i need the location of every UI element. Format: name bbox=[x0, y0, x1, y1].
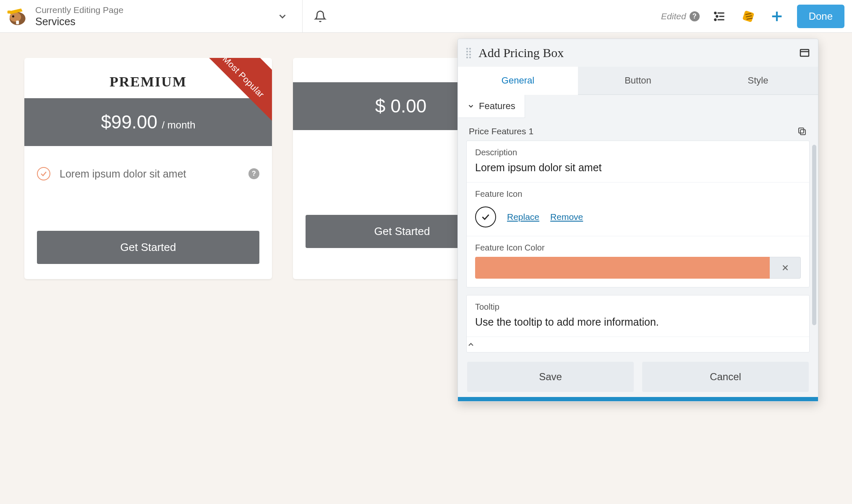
field-feature-icon: Feature Icon Replace Remove bbox=[467, 182, 809, 236]
notifications-button[interactable] bbox=[303, 0, 338, 32]
edited-indicator: Edited ? bbox=[661, 11, 700, 21]
done-button[interactable]: Done bbox=[797, 5, 844, 28]
svg-rect-20 bbox=[799, 128, 804, 133]
svg-rect-3 bbox=[16, 21, 19, 24]
field-icon-color: Feature Icon Color bbox=[467, 236, 809, 287]
features-list: Lorem ipsum dolor sit amet ? bbox=[24, 146, 272, 222]
get-started-button[interactable]: Get Started bbox=[37, 231, 259, 264]
panel-header[interactable]: Add Pricing Box bbox=[458, 39, 818, 67]
svg-point-9 bbox=[714, 19, 716, 20]
tooltip-value[interactable]: Use the tooltip to add more information. bbox=[475, 316, 801, 328]
panel-accent-bar bbox=[458, 397, 818, 401]
panel-body: Price Features 1 Description Lorem ipsum… bbox=[458, 118, 818, 353]
chevron-down-icon bbox=[467, 102, 475, 110]
scrollbar[interactable] bbox=[812, 145, 816, 325]
feature-row: Lorem ipsum dolor sit amet ? bbox=[37, 167, 259, 180]
price-band: $99.00 / month bbox=[24, 98, 272, 146]
tab-general[interactable]: General bbox=[458, 67, 578, 95]
pricing-card-premium[interactable]: Most Popular PREMIUM $99.00 / month Lore… bbox=[24, 58, 272, 279]
remove-link[interactable]: Remove bbox=[550, 212, 583, 222]
description-label: Description bbox=[475, 148, 801, 157]
edited-label: Edited bbox=[661, 11, 686, 21]
price-period: / month bbox=[162, 119, 195, 131]
price-value: $ 0.00 bbox=[375, 96, 426, 116]
panel-tabs: General Button Style bbox=[458, 67, 818, 95]
icon-color-label: Feature Icon Color bbox=[475, 243, 801, 253]
description-value[interactable]: Lorem ipsum dolor sit amet bbox=[475, 162, 801, 174]
color-swatch[interactable] bbox=[475, 257, 770, 279]
feature-icon-label: Feature Icon bbox=[475, 189, 801, 199]
page-meta: Currently Editing Page Services bbox=[35, 5, 123, 28]
svg-rect-17 bbox=[800, 50, 809, 56]
close-icon bbox=[781, 263, 790, 272]
chevron-up-icon bbox=[467, 340, 475, 349]
tooltip-icon[interactable]: ? bbox=[248, 168, 259, 179]
svg-point-5 bbox=[714, 12, 716, 13]
section-features[interactable]: Features bbox=[458, 95, 525, 118]
price-value: $99.00 bbox=[101, 112, 157, 132]
svg-rect-19 bbox=[800, 130, 805, 135]
section-tabs-row: Features bbox=[458, 95, 818, 118]
field-tooltip[interactable]: Tooltip Use the tooltip to add more info… bbox=[467, 295, 809, 337]
cancel-button[interactable]: Cancel bbox=[642, 362, 809, 392]
tab-button[interactable]: Button bbox=[578, 67, 698, 95]
add-button[interactable] bbox=[768, 8, 785, 25]
svg-point-7 bbox=[716, 16, 717, 17]
replace-link[interactable]: Replace bbox=[507, 212, 539, 222]
clear-color-button[interactable] bbox=[770, 257, 801, 279]
tab-style[interactable]: Style bbox=[698, 67, 818, 95]
topbar: Currently Editing Page Services Edited ? bbox=[0, 0, 852, 33]
tooltip-label: Tooltip bbox=[475, 302, 801, 312]
save-button[interactable]: Save bbox=[467, 362, 634, 392]
beaver-logo[interactable] bbox=[4, 6, 29, 27]
topbar-left: Currently Editing Page Services bbox=[0, 0, 302, 32]
field-description[interactable]: Description Lorem ipsum dolor sit amet bbox=[467, 141, 809, 182]
maximize-icon[interactable] bbox=[800, 49, 810, 57]
svg-rect-4 bbox=[8, 10, 11, 13]
panel-title: Add Pricing Box bbox=[478, 46, 564, 60]
help-icon[interactable]: ? bbox=[690, 11, 700, 21]
editing-label: Currently Editing Page bbox=[35, 5, 123, 15]
panel-footer: Save Cancel bbox=[458, 353, 818, 397]
svg-point-2 bbox=[12, 15, 14, 17]
drag-handle-icon[interactable] bbox=[466, 48, 471, 58]
feature-text: Lorem ipsum dolor sit amet bbox=[60, 168, 239, 180]
feature-icon-preview bbox=[475, 206, 496, 227]
page-title: Services bbox=[35, 15, 123, 28]
feature-settings-card: Description Lorem ipsum dolor sit amet F… bbox=[466, 141, 810, 287]
check-circle-icon bbox=[37, 167, 50, 180]
settings-panel: Add Pricing Box General Button Style Fea… bbox=[457, 39, 818, 402]
outline-button[interactable] bbox=[711, 8, 728, 25]
section-label: Features bbox=[479, 101, 515, 112]
modules-button[interactable] bbox=[740, 8, 757, 25]
group-title: Price Features 1 bbox=[469, 126, 533, 136]
page-dropdown-button[interactable] bbox=[272, 6, 293, 27]
tooltip-card: Tooltip Use the tooltip to add more info… bbox=[466, 295, 810, 353]
topbar-right: Edited ? Done bbox=[661, 0, 852, 32]
collapse-button[interactable] bbox=[467, 337, 809, 352]
duplicate-icon[interactable] bbox=[797, 126, 807, 136]
group-header: Price Features 1 bbox=[466, 118, 810, 141]
